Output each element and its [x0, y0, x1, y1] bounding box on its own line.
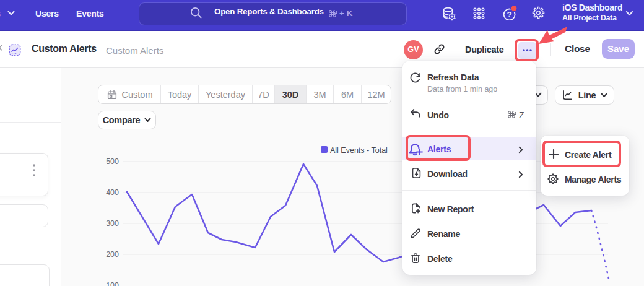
- svg-text:100: 100: [106, 281, 119, 286]
- svg-text:All Events - Total: All Events - Total: [330, 146, 388, 155]
- svg-text:400: 400: [106, 188, 119, 197]
- svg-text:?: ?: [507, 10, 511, 19]
- svg-text:500: 500: [106, 157, 119, 166]
- svg-text:300: 300: [106, 219, 119, 228]
- svg-text:200: 200: [106, 250, 119, 259]
